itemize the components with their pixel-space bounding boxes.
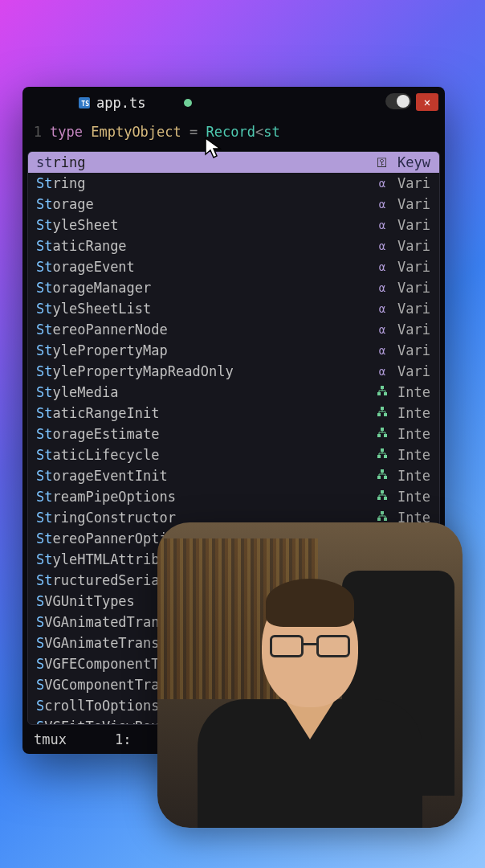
autocomplete-kind-label: Vari (397, 174, 431, 193)
autocomplete-kind-label: Vari (397, 341, 431, 360)
svg-rect-19 (377, 518, 381, 521)
variable-kind-icon: α (375, 215, 389, 235)
variable-kind-icon: α (375, 278, 389, 297)
variable-kind-icon: α (375, 341, 389, 360)
svg-rect-12 (381, 469, 384, 473)
modified-indicator-icon (184, 99, 192, 107)
status-session: tmux (34, 731, 67, 747)
svg-rect-4 (377, 413, 381, 416)
interface-kind-icon (375, 403, 389, 423)
window-controls: ✕ (385, 93, 438, 111)
autocomplete-kind-label: Vari (397, 362, 431, 381)
autocomplete-item[interactable]: StorageαVari (28, 194, 439, 215)
interface-kind-icon (375, 424, 389, 444)
autocomplete-item[interactable]: StorageManagerαVari (28, 277, 439, 298)
svg-rect-8 (384, 434, 387, 437)
svg-rect-13 (377, 476, 381, 479)
autocomplete-kind-label: Vari (397, 257, 431, 276)
autocomplete-kind-label: Inte (397, 383, 431, 402)
autocomplete-kind-label: Vari (397, 320, 431, 339)
variable-kind-icon: α (375, 299, 389, 318)
svg-rect-18 (381, 511, 384, 514)
autocomplete-kind-label: Keyw (397, 153, 431, 172)
autocomplete-item[interactable]: StorageEventαVari (28, 256, 439, 277)
autocomplete-item[interactable]: StringαVari (28, 173, 439, 194)
autocomplete-item[interactable]: StyleMediaInte (28, 382, 439, 403)
code-line: type EmptyObject = Record<st (50, 122, 280, 141)
autocomplete-item[interactable]: StereoPannerNodeαVari (28, 319, 439, 340)
autocomplete-item[interactable]: StreamPipeOptionsInte (28, 486, 439, 507)
close-icon: ✕ (424, 96, 430, 108)
variable-kind-icon: α (375, 257, 389, 276)
autocomplete-item[interactable]: StaticLifecycleInte (28, 444, 439, 465)
autocomplete-kind-label: Inte (397, 466, 431, 485)
variable-kind-icon: α (375, 362, 389, 381)
svg-rect-0 (381, 386, 384, 389)
autocomplete-item[interactable]: StylePropertyMapαVari (28, 340, 439, 361)
close-button[interactable]: ✕ (416, 93, 438, 111)
titlebar: TS app.ts ✕ (22, 87, 445, 119)
tab-filename: app.ts (96, 95, 145, 111)
autocomplete-item[interactable]: StaticRangeInitInte (28, 403, 439, 424)
svg-rect-20 (384, 518, 387, 521)
interface-kind-icon (375, 466, 389, 485)
autocomplete-kind-label: Vari (397, 278, 431, 297)
code-editor[interactable]: 1 type EmptyObject = Record<st (22, 119, 445, 145)
interface-kind-icon (375, 383, 389, 402)
autocomplete-item[interactable]: StorageEstimateInte (28, 424, 439, 444)
line-number: 1 (31, 122, 42, 141)
autocomplete-item[interactable]: string⚿Keyw (28, 152, 439, 173)
svg-rect-1 (377, 392, 381, 395)
autocomplete-item[interactable]: StorageEventInitInte (28, 465, 439, 486)
svg-rect-16 (377, 497, 381, 500)
autocomplete-kind-label: Vari (397, 236, 431, 256)
typescript-icon: TS (79, 97, 90, 108)
file-tab[interactable]: TS app.ts (71, 92, 200, 114)
variable-kind-icon: α (375, 236, 389, 256)
autocomplete-kind-label: Vari (397, 215, 431, 235)
autocomplete-kind-label: Inte (397, 424, 431, 444)
theme-toggle[interactable] (385, 93, 411, 109)
svg-rect-17 (384, 497, 387, 500)
svg-rect-15 (381, 490, 384, 493)
webcam-overlay (157, 522, 463, 828)
svg-rect-2 (384, 392, 387, 395)
autocomplete-item[interactable]: StaticRangeαVari (28, 235, 439, 256)
autocomplete-item[interactable]: StyleSheetαVari (28, 215, 439, 235)
autocomplete-kind-label: Vari (397, 194, 431, 214)
variable-kind-icon: α (375, 320, 389, 339)
autocomplete-item[interactable]: StylePropertyMapReadOnlyαVari (28, 361, 439, 382)
interface-kind-icon (375, 445, 389, 465)
autocomplete-item[interactable]: StyleSheetListαVari (28, 298, 439, 319)
svg-rect-10 (377, 455, 381, 458)
svg-rect-14 (384, 476, 387, 479)
status-position: 1: (115, 731, 131, 747)
autocomplete-kind-label: Inte (397, 445, 431, 465)
svg-rect-9 (381, 448, 384, 452)
svg-rect-6 (381, 428, 384, 431)
variable-kind-icon: α (375, 194, 389, 214)
svg-rect-11 (384, 455, 387, 458)
autocomplete-kind-label: Vari (397, 299, 431, 318)
svg-rect-7 (377, 434, 381, 437)
keyword-kind-icon: ⚿ (375, 153, 389, 172)
interface-kind-icon (375, 487, 389, 506)
variable-kind-icon: α (375, 174, 389, 193)
autocomplete-kind-label: Inte (397, 487, 431, 506)
svg-rect-3 (381, 407, 384, 410)
autocomplete-kind-label: Inte (397, 403, 431, 423)
svg-rect-5 (384, 413, 387, 416)
